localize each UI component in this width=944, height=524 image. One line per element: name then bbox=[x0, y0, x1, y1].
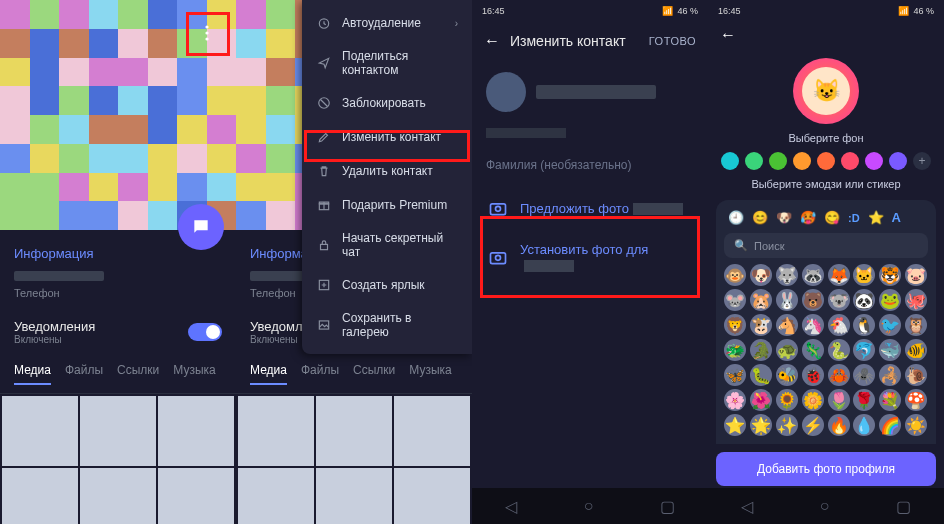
emoji-item[interactable]: 🌸 bbox=[724, 389, 746, 411]
emoji-item[interactable]: 🐷 bbox=[905, 264, 927, 286]
emoji-item[interactable]: 💐 bbox=[879, 389, 901, 411]
color-swatch[interactable] bbox=[889, 152, 907, 170]
tab-files[interactable]: Файлы bbox=[65, 363, 103, 385]
tab-media[interactable]: Медиа bbox=[14, 363, 51, 385]
emoji-tab-custom[interactable]: A bbox=[892, 210, 901, 225]
emoji-item[interactable]: 🦂 bbox=[879, 364, 901, 386]
tab-media[interactable]: Медиа bbox=[250, 363, 287, 385]
emoji-item[interactable]: 🐬 bbox=[853, 339, 875, 361]
menu-block[interactable]: Заблокировать bbox=[302, 86, 472, 120]
emoji-tab-food[interactable]: 🥵 bbox=[800, 210, 816, 225]
emoji-item[interactable]: 🐦 bbox=[879, 314, 901, 336]
tab-links[interactable]: Ссылки bbox=[353, 363, 395, 385]
emoji-item[interactable]: 🦎 bbox=[802, 339, 824, 361]
emoji-item[interactable]: 🐌 bbox=[905, 364, 927, 386]
emoji-item[interactable]: 🌟 bbox=[750, 414, 772, 436]
emoji-item[interactable]: ✨ bbox=[776, 414, 798, 436]
menu-share-contact[interactable]: Поделиться контактом bbox=[302, 40, 472, 86]
menu-create-shortcut[interactable]: Создать ярлык bbox=[302, 268, 472, 302]
notifications-row[interactable]: Уведомления Включены bbox=[0, 309, 236, 355]
media-thumb[interactable] bbox=[158, 396, 234, 466]
color-swatch[interactable] bbox=[769, 152, 787, 170]
emoji-item[interactable]: 💧 bbox=[853, 414, 875, 436]
back-icon[interactable]: ← bbox=[720, 26, 736, 43]
phone-field[interactable] bbox=[486, 128, 566, 138]
emoji-item[interactable]: 🐧 bbox=[853, 314, 875, 336]
emoji-item[interactable]: 🐭 bbox=[724, 289, 746, 311]
tab-music[interactable]: Музыка bbox=[409, 363, 451, 385]
emoji-item[interactable]: 🐙 bbox=[905, 289, 927, 311]
emoji-item[interactable]: 🐢 bbox=[776, 339, 798, 361]
color-swatch[interactable] bbox=[817, 152, 835, 170]
emoji-item[interactable]: 🐞 bbox=[802, 364, 824, 386]
menu-save-gallery[interactable]: Сохранить в галерею bbox=[302, 302, 472, 348]
tab-files[interactable]: Файлы bbox=[301, 363, 339, 385]
nav-recent-icon[interactable]: ▢ bbox=[660, 497, 675, 516]
emoji-item[interactable]: 🦝 bbox=[802, 264, 824, 286]
nav-home-icon[interactable]: ○ bbox=[584, 497, 594, 515]
contact-avatar[interactable] bbox=[486, 72, 526, 112]
emoji-item[interactable]: 🦁 bbox=[724, 314, 746, 336]
emoji-item[interactable]: 🐰 bbox=[776, 289, 798, 311]
tab-music[interactable]: Музыка bbox=[173, 363, 215, 385]
media-thumb[interactable] bbox=[316, 396, 392, 466]
emoji-item[interactable]: 🍄 bbox=[905, 389, 927, 411]
emoji-item[interactable]: 🐲 bbox=[724, 339, 746, 361]
back-icon[interactable]: ← bbox=[484, 32, 500, 50]
emoji-item[interactable]: 🌹 bbox=[853, 389, 875, 411]
tab-links[interactable]: Ссылки bbox=[117, 363, 159, 385]
emoji-item[interactable]: 🌻 bbox=[776, 389, 798, 411]
emoji-item[interactable]: 🐍 bbox=[828, 339, 850, 361]
add-color-button[interactable]: + bbox=[913, 152, 931, 170]
emoji-item[interactable]: 🌈 bbox=[879, 414, 901, 436]
nav-back-icon[interactable]: ◁ bbox=[741, 497, 753, 516]
emoji-item[interactable]: 🐮 bbox=[750, 314, 772, 336]
emoji-search-input[interactable]: 🔍 Поиск bbox=[724, 233, 928, 258]
avatar-preview[interactable]: 😺 bbox=[793, 58, 859, 124]
media-thumb[interactable] bbox=[316, 468, 392, 524]
color-swatch[interactable] bbox=[745, 152, 763, 170]
emoji-item[interactable]: 🐻 bbox=[802, 289, 824, 311]
emoji-item[interactable]: ⭐ bbox=[724, 414, 746, 436]
emoji-tab-premium[interactable]: ⭐ bbox=[868, 210, 884, 225]
nav-back-icon[interactable]: ◁ bbox=[505, 497, 517, 516]
emoji-item[interactable]: 🐴 bbox=[776, 314, 798, 336]
emoji-item[interactable]: 🐳 bbox=[879, 339, 901, 361]
add-profile-photo-button[interactable]: Добавить фото профиля bbox=[716, 452, 936, 486]
emoji-item[interactable]: 🐛 bbox=[750, 364, 772, 386]
surname-field[interactable]: Фамилия (необязательно) bbox=[472, 148, 708, 178]
notifications-toggle[interactable] bbox=[188, 323, 222, 341]
contact-name-row[interactable] bbox=[472, 60, 708, 124]
emoji-item[interactable]: 🐸 bbox=[879, 289, 901, 311]
emoji-item[interactable]: 🐵 bbox=[724, 264, 746, 286]
emoji-item[interactable]: 🦊 bbox=[828, 264, 850, 286]
emoji-item[interactable]: 🦋 bbox=[724, 364, 746, 386]
color-swatch[interactable] bbox=[841, 152, 859, 170]
emoji-item[interactable]: 🐠 bbox=[905, 339, 927, 361]
nav-home-icon[interactable]: ○ bbox=[820, 497, 830, 515]
emoji-item[interactable]: 🐨 bbox=[828, 289, 850, 311]
media-thumb[interactable] bbox=[158, 468, 234, 524]
menu-autodelete[interactable]: Автоудаление › bbox=[302, 6, 472, 40]
menu-gift-premium[interactable]: Подарить Premium bbox=[302, 188, 472, 222]
menu-secret-chat[interactable]: Начать секретный чат bbox=[302, 222, 472, 268]
emoji-tab-animals[interactable]: 🐶 bbox=[776, 210, 792, 225]
emoji-item[interactable]: 🌺 bbox=[750, 389, 772, 411]
media-thumb[interactable] bbox=[394, 468, 470, 524]
emoji-item[interactable]: 🐯 bbox=[879, 264, 901, 286]
nav-recent-icon[interactable]: ▢ bbox=[896, 497, 911, 516]
emoji-item[interactable]: 🦄 bbox=[802, 314, 824, 336]
emoji-tab-smileys[interactable]: 😊 bbox=[752, 210, 768, 225]
color-swatch[interactable] bbox=[865, 152, 883, 170]
emoji-item[interactable]: 🐹 bbox=[750, 289, 772, 311]
emoji-item[interactable]: 🐶 bbox=[750, 264, 772, 286]
color-swatch[interactable] bbox=[793, 152, 811, 170]
message-fab[interactable] bbox=[178, 204, 224, 250]
emoji-item[interactable]: 🦉 bbox=[905, 314, 927, 336]
media-thumb[interactable] bbox=[80, 468, 156, 524]
media-thumb[interactable] bbox=[394, 396, 470, 466]
media-thumb[interactable] bbox=[238, 396, 314, 466]
emoji-item[interactable]: 🐔 bbox=[828, 314, 850, 336]
emoji-item[interactable]: 🔥 bbox=[828, 414, 850, 436]
media-thumb[interactable] bbox=[2, 396, 78, 466]
